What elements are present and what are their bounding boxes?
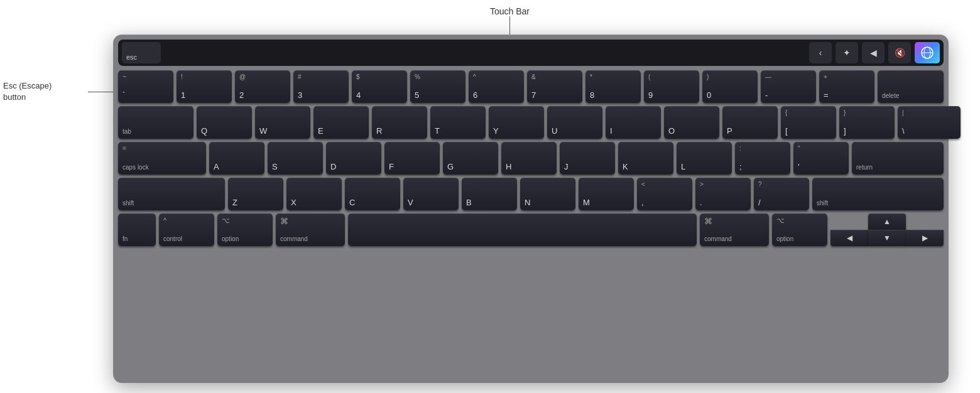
key-fn[interactable]: fn <box>118 213 156 246</box>
qwerty-row: tab Q W E R T Y U I <box>118 106 944 139</box>
key-control[interactable]: ^ control <box>159 213 214 246</box>
key-command-right[interactable]: ⌘ command <box>700 213 769 246</box>
key-arrow-right[interactable]: ▶ <box>906 230 944 246</box>
key-7[interactable]: & 7 <box>527 70 582 103</box>
key-a[interactable]: A <box>209 142 264 175</box>
key-tilde[interactable]: ~ ` <box>118 70 173 103</box>
key-equals[interactable]: + = <box>819 70 874 103</box>
key-y[interactable]: Y <box>489 106 544 139</box>
key-z[interactable]: Z <box>228 178 283 210</box>
key-c[interactable]: C <box>345 178 400 210</box>
key-n[interactable]: N <box>520 178 575 210</box>
key-arrow-down[interactable]: ▼ <box>868 230 906 246</box>
key-3[interactable]: # 3 <box>293 70 349 103</box>
touch-bar: esc ‹ ✦ ◀ 🔇 <box>118 40 944 66</box>
key-period[interactable]: > . <box>695 178 751 210</box>
touch-bar-back[interactable]: ‹ <box>809 42 832 63</box>
key-p[interactable]: P <box>722 106 778 139</box>
key-k[interactable]: K <box>618 142 673 175</box>
key-minus[interactable]: — - <box>761 70 816 103</box>
touch-bar-volume[interactable]: ◀ <box>862 42 885 63</box>
key-x[interactable]: X <box>286 178 342 210</box>
key-2[interactable]: @ 2 <box>235 70 290 103</box>
key-q[interactable]: Q <box>197 106 252 139</box>
keyboard: esc ‹ ✦ ◀ 🔇 ~ ` ! <box>113 35 949 383</box>
esc-key[interactable]: esc <box>122 42 161 63</box>
key-delete[interactable]: delete <box>878 70 944 103</box>
key-9[interactable]: ( 9 <box>644 70 699 103</box>
key-g[interactable]: G <box>443 142 498 175</box>
key-slash[interactable]: ? / <box>754 178 809 210</box>
key-8[interactable]: * 8 <box>585 70 641 103</box>
key-i[interactable]: I <box>606 106 661 139</box>
touch-bar-mute[interactable]: 🔇 <box>888 42 911 63</box>
key-u[interactable]: U <box>547 106 602 139</box>
esc-label: Esc (Escape) button <box>3 80 52 103</box>
key-arrow-up[interactable]: ▲ <box>868 213 906 230</box>
key-backslash[interactable]: | \ <box>898 106 961 139</box>
key-shift-right[interactable]: shift <box>812 178 944 210</box>
key-5[interactable]: % 5 <box>410 70 466 103</box>
key-h[interactable]: H <box>501 142 557 175</box>
key-l[interactable]: L <box>677 142 732 175</box>
key-open-bracket[interactable]: { [ <box>781 106 836 139</box>
key-b[interactable]: B <box>462 178 517 210</box>
zxcv-row: shift Z X C V B N M < <box>118 178 944 210</box>
key-w[interactable]: W <box>255 106 310 139</box>
key-0[interactable]: ) 0 <box>702 70 758 103</box>
key-comma[interactable]: < , <box>637 178 692 210</box>
key-semicolon[interactable]: : ; <box>735 142 790 175</box>
key-close-bracket[interactable]: } ] <box>839 106 895 139</box>
key-6[interactable]: ^ 6 <box>469 70 524 103</box>
bottom-row: fn ^ control ⌥ option ⌘ command ⌘ comman… <box>118 213 944 246</box>
key-tab[interactable]: tab <box>118 106 193 139</box>
key-space[interactable] <box>348 213 697 246</box>
asdf-row: caps lock A S D F G H J <box>118 142 944 175</box>
key-command-left[interactable]: ⌘ command <box>276 213 345 246</box>
key-shift-left[interactable]: shift <box>118 178 225 210</box>
key-capslock[interactable]: caps lock <box>118 142 206 175</box>
arrow-cluster: ▲ ◀ ▼ ▶ <box>830 213 944 246</box>
touch-bar-brightness[interactable]: ✦ <box>836 42 858 63</box>
key-quote[interactable]: " ' <box>793 142 849 175</box>
key-o[interactable]: O <box>664 106 719 139</box>
key-d[interactable]: D <box>326 142 381 175</box>
key-4[interactable]: $ 4 <box>352 70 407 103</box>
key-1[interactable]: ! 1 <box>177 70 232 103</box>
key-j[interactable]: J <box>560 142 615 175</box>
touch-bar-siri[interactable] <box>915 42 940 63</box>
key-r[interactable]: R <box>372 106 427 139</box>
key-option-left[interactable]: ⌥ option <box>217 213 273 246</box>
key-s[interactable]: S <box>268 142 323 175</box>
key-t[interactable]: T <box>430 106 486 139</box>
key-f[interactable]: F <box>384 142 440 175</box>
number-row: ~ ` ! 1 @ 2 # 3 $ 4 % 5 <box>118 70 944 103</box>
key-m[interactable]: M <box>579 178 634 210</box>
keyboard-body: ~ ` ! 1 @ 2 # 3 $ 4 % 5 <box>118 70 944 246</box>
key-arrow-left[interactable]: ◀ <box>830 230 868 246</box>
key-option-right[interactable]: ⌥ option <box>772 213 827 246</box>
key-e[interactable]: E <box>313 106 369 139</box>
key-v[interactable]: V <box>403 178 459 210</box>
key-return[interactable]: return <box>852 142 944 175</box>
